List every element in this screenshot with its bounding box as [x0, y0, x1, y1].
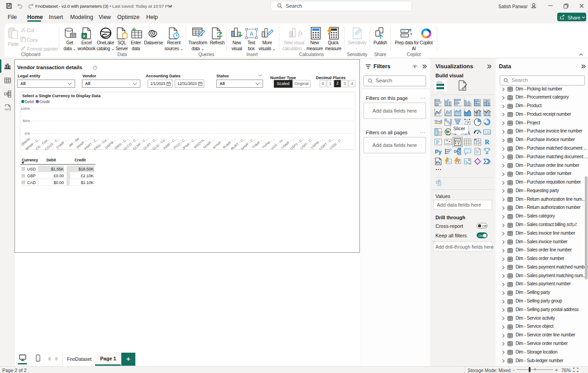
svg-text:DAX: DAX [5, 109, 9, 111]
svg-text:Py: Py [435, 149, 442, 155]
svg-text:123: 123 [485, 131, 490, 134]
svg-text:?: ? [94, 66, 96, 69]
svg-text:A: A [249, 31, 253, 37]
svg-text:R: R [485, 139, 490, 146]
svg-text:X: X [83, 33, 86, 38]
svg-text:fx: fx [298, 30, 302, 37]
